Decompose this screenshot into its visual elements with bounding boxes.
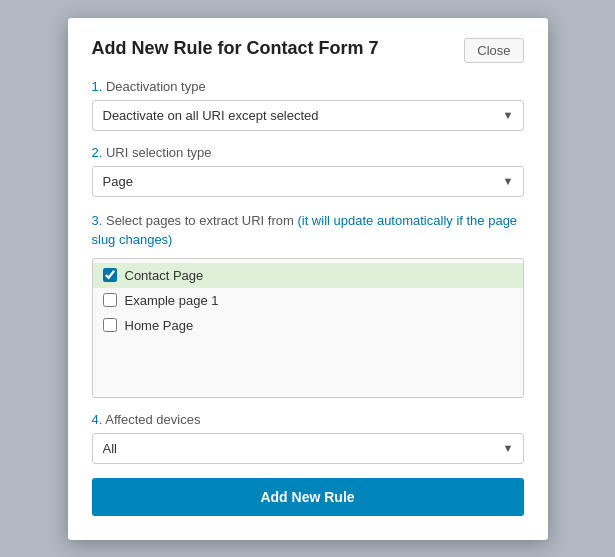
uri-selection-select[interactable]: Page URI Regex	[92, 166, 524, 197]
section4-label: 4. Affected devices	[92, 412, 524, 427]
modal-title: Add New Rule for Contact Form 7	[92, 38, 379, 59]
section3-label: 3. Select pages to extract URI from (it …	[92, 211, 524, 250]
section4-num: 4.	[92, 412, 103, 427]
home-page-label[interactable]: Home Page	[125, 318, 194, 333]
uri-selection-wrapper: Page URI Regex ▼	[92, 166, 524, 197]
section3-static: Select pages to extract URI from	[102, 213, 297, 228]
section2-num: 2.	[92, 145, 103, 160]
pages-list: Contact Page Example page 1 Home Page	[92, 258, 524, 398]
section-pages: 3. Select pages to extract URI from (it …	[92, 211, 524, 398]
home-page-checkbox[interactable]	[103, 318, 117, 332]
modal-dialog: Add New Rule for Contact Form 7 Close 1.…	[68, 18, 548, 540]
section-uri-selection: 2. URI selection type Page URI Regex ▼	[92, 145, 524, 197]
affected-devices-wrapper: All Desktop Mobile Tablet ▼	[92, 433, 524, 464]
contact-page-label[interactable]: Contact Page	[125, 268, 204, 283]
list-item[interactable]: Home Page	[93, 313, 523, 338]
modal-header: Add New Rule for Contact Form 7 Close	[92, 38, 524, 63]
list-item[interactable]: Example page 1	[93, 288, 523, 313]
deactivation-type-wrapper: Deactivate on all URI except selected De…	[92, 100, 524, 131]
deactivation-type-select[interactable]: Deactivate on all URI except selected De…	[92, 100, 524, 131]
section2-label: 2. URI selection type	[92, 145, 524, 160]
affected-devices-select[interactable]: All Desktop Mobile Tablet	[92, 433, 524, 464]
section1-label: 1. Deactivation type	[92, 79, 524, 94]
section-deactivation-type: 1. Deactivation type Deactivate on all U…	[92, 79, 524, 131]
contact-page-checkbox[interactable]	[103, 268, 117, 282]
example-page1-checkbox[interactable]	[103, 293, 117, 307]
section1-text: Deactivation type	[102, 79, 205, 94]
section1-num: 1.	[92, 79, 103, 94]
section2-text: URI selection type	[102, 145, 211, 160]
section-affected-devices: 4. Affected devices All Desktop Mobile T…	[92, 412, 524, 464]
section4-text: Affected devices	[102, 412, 200, 427]
example-page1-label[interactable]: Example page 1	[125, 293, 219, 308]
add-new-rule-button[interactable]: Add New Rule	[92, 478, 524, 516]
list-item[interactable]: Contact Page	[93, 263, 523, 288]
section3-num: 3.	[92, 213, 103, 228]
close-button[interactable]: Close	[464, 38, 523, 63]
